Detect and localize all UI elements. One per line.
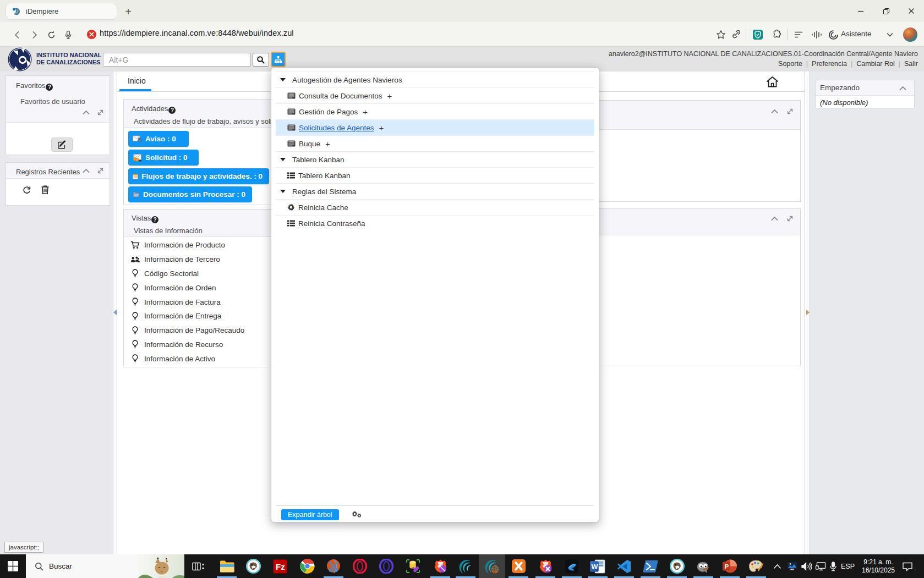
expand-icon[interactable] [97,109,104,116]
browser-tab[interactable]: iDempiere [6,3,117,20]
east-splitter[interactable] [806,71,810,554]
url-text[interactable]: https://idempiere.incanal.com.ve:8448/we… [100,29,294,37]
trash-icon[interactable] [41,185,50,195]
tray-clock[interactable]: 9:21 a. m. 16/10/2025 [857,554,899,578]
collapse-east-arrow-icon[interactable] [806,310,810,315]
refresh-icon[interactable] [22,185,31,195]
taskbar-dbeaver-icon[interactable] [240,554,266,578]
assistant-label[interactable]: Asistente [841,30,872,38]
new-tab-button[interactable]: + [121,4,135,19]
waveform-icon[interactable] [810,27,824,42]
link-soporte[interactable]: Soporte [778,60,802,68]
taskbar-chrome-icon[interactable] [294,554,320,578]
collapse-icon[interactable] [83,110,90,115]
link-salir[interactable]: Salir [904,60,918,68]
profile-avatar[interactable] [903,27,917,42]
menu-item-buque[interactable]: Buque + [276,135,594,151]
collapse-icon[interactable] [899,86,906,91]
new-record-plus-icon[interactable]: + [379,123,384,133]
taskbar-dbeaver-icon[interactable] [664,554,690,578]
search-button[interactable] [253,53,269,67]
reading-list-icon[interactable] [791,27,806,42]
copy-link-icon[interactable] [729,27,743,42]
bookmark-star-icon[interactable] [714,27,728,42]
link-cambiar-rol[interactable]: Cambiar Rol [856,60,894,68]
menu-item-gestion-pagos[interactable]: Gestión de Pagos + [276,103,594,119]
taskbar-database-tools-icon[interactable] [400,554,426,578]
taskbar-opera-icon[interactable] [347,554,373,578]
collapse-icon[interactable] [83,168,90,173]
new-record-plus-icon[interactable]: + [387,91,392,101]
chevron-down-icon[interactable] [883,27,897,42]
expand-tree-button[interactable]: Expandir árbol [281,509,339,520]
tray-network-icon[interactable] [813,554,828,578]
caret-down-icon[interactable] [280,158,286,161]
home-icon[interactable] [766,76,779,88]
tray-graphics-icon[interactable] [785,554,799,578]
taskbar-vscode-icon[interactable] [611,554,637,578]
taskbar-incanal-app-active-icon[interactable] [479,554,505,578]
help-icon[interactable]: ? [168,107,176,114]
taskbar-gimp-icon[interactable] [690,554,717,578]
menu-item-tablero-kanban[interactable]: Tablero Kanban [276,167,594,183]
menu-group-reglas-sistema[interactable]: Reglas del Sistema [276,183,594,199]
task-view-button[interactable] [185,554,212,578]
microphone-icon[interactable] [62,28,75,41]
shield-extension-icon[interactable] [751,27,765,42]
link-preferencia[interactable]: Preferencia [812,60,847,68]
solicitud-button[interactable]: Solicitud : 0 [128,150,199,166]
tray-chevron-up-icon[interactable] [769,554,785,578]
taskbar-brave-profile-icon[interactable] [427,554,453,578]
flujos-button[interactable]: Flujos de trabajo y actividades. : 0 [128,168,269,184]
taskbar-capture-tool-icon[interactable] [320,554,347,578]
taskbar-paint-palette-icon[interactable] [743,554,769,578]
new-record-plus-icon[interactable]: + [363,107,368,117]
tray-microphone-icon[interactable] [827,554,840,578]
menu-item-reinicia-cache[interactable]: Reinicia Cache [276,199,594,215]
help-icon[interactable]: ? [151,216,158,223]
tab-inicio[interactable]: Inicio [128,76,146,85]
taskbar-brave-profile-x-icon[interactable] [532,554,559,578]
taskbar-search-box[interactable]: Buscar [26,554,184,578]
menu-item-reinicia-contrasena[interactable]: Reinicia Contraseña [276,215,594,231]
expand-icon[interactable] [786,108,794,115]
edit-favorites-button[interactable] [51,137,73,152]
collapse-icon[interactable] [771,109,778,114]
taskbar-filezilla-icon[interactable]: Fz [267,554,293,578]
caret-down-icon[interactable] [280,190,286,193]
global-search-input[interactable] [103,53,251,67]
menu-tree-button[interactable] [271,52,286,67]
assistant-swirl-icon[interactable] [826,27,840,42]
site-not-secure-icon[interactable] [86,29,97,40]
window-restore-button[interactable] [873,0,899,22]
tray-language-indicator[interactable]: ESP [841,554,855,578]
taskbar-file-explorer-icon[interactable] [214,554,240,578]
window-close-button[interactable] [899,0,924,22]
collapse-west-arrow-icon[interactable] [113,310,117,315]
expand-icon[interactable] [97,167,104,174]
aviso-button[interactable]: Aviso : 0 [128,131,189,147]
help-icon[interactable]: ? [46,84,53,91]
taskbar-dark-browser-icon[interactable] [559,554,585,578]
taskbar-opera-gx-icon[interactable] [373,554,400,578]
back-button[interactable] [10,28,24,41]
collapse-icon[interactable] [771,216,778,221]
documentos-button[interactable]: Documentos sin Procesar : 0 [128,186,252,202]
gears-icon[interactable] [351,510,362,519]
tray-notification-icon[interactable] [899,554,916,578]
tray-speaker-icon[interactable] [799,554,813,578]
new-record-plus-icon[interactable]: + [325,139,330,148]
taskbar-xampp-icon[interactable] [505,554,532,578]
taskbar-powerpoint-icon[interactable]: P [717,554,743,578]
menu-group-autogestion[interactable]: Autogestión de Agentes Navieros [276,71,594,87]
expand-icon[interactable] [786,215,794,222]
reload-button[interactable] [45,28,58,41]
menu-group-tablero-kanban[interactable]: Tablero Kanban [276,151,594,167]
menu-item-consulta-documentos[interactable]: Consulta de Documentos + [276,87,594,103]
caret-down-icon[interactable] [280,78,286,81]
start-button[interactable] [0,554,26,578]
search-highlight-lynx-image[interactable] [138,554,184,578]
menu-item-solicitudes-agentes[interactable]: Solicitudes de Agentes + [276,119,594,135]
taskbar-word-icon[interactable]: W [584,554,611,578]
taskbar-powershell-icon[interactable] [637,554,664,578]
